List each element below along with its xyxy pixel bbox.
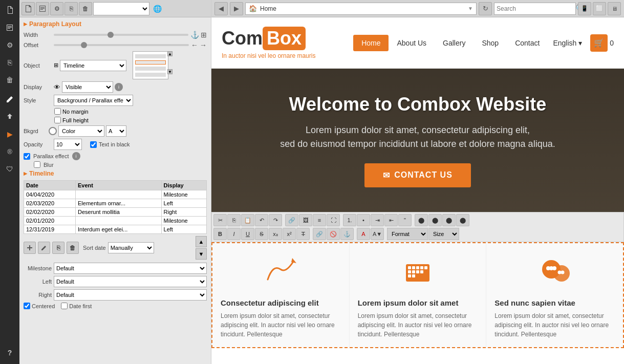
- full-height-checkbox[interactable]: [54, 117, 61, 123]
- width-slider[interactable]: [54, 34, 188, 36]
- nav-gallery[interactable]: Gallery: [435, 35, 474, 51]
- ed-highlight-btn[interactable]: A▼: [371, 228, 384, 240]
- ed-fontcolor-btn[interactable]: A: [357, 228, 370, 240]
- ed-bold-btn[interactable]: B: [213, 228, 227, 240]
- ed-ul-btn[interactable]: •: [357, 214, 370, 226]
- ed-strike-btn[interactable]: S: [255, 228, 268, 240]
- sidebar-shield-btn[interactable]: 🛡: [2, 161, 18, 177]
- toolbar-settings-btn[interactable]: ⚙: [50, 2, 63, 15]
- ed-indent-btn[interactable]: ⇥: [371, 214, 384, 226]
- ed-cut-btn[interactable]: ✂: [213, 214, 227, 226]
- ed-underline-btn[interactable]: U: [241, 228, 254, 240]
- display-select[interactable]: Visible: [62, 81, 113, 93]
- date-first-checkbox[interactable]: [61, 303, 68, 309]
- blur-checkbox[interactable]: [34, 161, 40, 168]
- sidebar-register-btn[interactable]: ®: [2, 143, 18, 160]
- display-info-btn[interactable]: i: [115, 83, 123, 91]
- toolbar-copy-btn[interactable]: ⎘: [64, 2, 78, 15]
- left-select[interactable]: Default: [54, 276, 207, 287]
- desktop-view-btn[interactable]: 🖥: [608, 2, 621, 15]
- nav-forward-btn[interactable]: ▶: [230, 2, 243, 15]
- no-margin-checkbox[interactable]: [54, 108, 61, 115]
- cart-icon[interactable]: 🛒: [590, 34, 608, 52]
- parallax-info-btn[interactable]: i: [72, 152, 80, 160]
- ed-redo-btn[interactable]: ↷: [269, 214, 282, 226]
- mobile-view-btn[interactable]: 📱: [578, 2, 591, 15]
- tl-copy-btn[interactable]: ⎘: [52, 242, 64, 254]
- reload-btn[interactable]: ↻: [479, 2, 492, 15]
- sidebar-upload-btn[interactable]: [2, 109, 18, 125]
- right-select[interactable]: Default: [54, 289, 207, 301]
- milestone-select[interactable]: Default: [54, 263, 207, 274]
- object-select[interactable]: Timeline: [60, 60, 126, 71]
- ed-italic-btn[interactable]: I: [227, 228, 241, 240]
- ed-removelink-btn[interactable]: 🚫: [327, 228, 340, 240]
- parallax-checkbox[interactable]: [24, 153, 30, 160]
- ed-undo-btn[interactable]: ↶: [255, 214, 268, 226]
- ed-paste-btn[interactable]: 📋: [241, 214, 254, 226]
- globe-icon[interactable]: 🌐: [150, 2, 164, 15]
- ed-insertlink-btn[interactable]: 🔗: [313, 228, 326, 240]
- ed-quote-btn[interactable]: ": [398, 214, 412, 226]
- arrow-right-icon[interactable]: →: [200, 41, 207, 49]
- sort-date-select[interactable]: Manually: [108, 242, 154, 253]
- ed-align-right-btn[interactable]: ⬤: [442, 214, 456, 226]
- ed-image-btn[interactable]: 🖼: [299, 214, 312, 226]
- table-row[interactable]: 12/31/2019 Interdum eget elei... Left: [24, 225, 207, 234]
- tablet-view-btn[interactable]: ⬜: [593, 2, 606, 15]
- ed-align-btn[interactable]: ≡: [313, 214, 326, 226]
- sidebar-play-btn[interactable]: ▶: [2, 126, 18, 142]
- sidebar-help-btn[interactable]: ?: [2, 345, 18, 361]
- text-in-black-checkbox[interactable]: [90, 141, 97, 148]
- tl-edit-btn[interactable]: [38, 242, 50, 254]
- search-input[interactable]: [497, 5, 573, 12]
- table-row[interactable]: 02/02/2020 Deserunt mollitia Right: [24, 208, 207, 217]
- contact-us-btn[interactable]: ✉ CONTACT US: [364, 163, 471, 187]
- ed-subscript-btn[interactable]: x₂: [269, 228, 282, 240]
- sidebar-delete-btn[interactable]: 🗑: [2, 72, 18, 88]
- nav-contact[interactable]: Contact: [507, 35, 548, 51]
- ed-anchor2-btn[interactable]: ⚓: [340, 228, 354, 240]
- sidebar-settings-btn[interactable]: ⚙: [2, 37, 18, 53]
- tl-add-btn[interactable]: [24, 242, 36, 254]
- ed-justify-btn[interactable]: ⬤: [456, 214, 469, 226]
- ed-ol-btn[interactable]: 1.: [343, 214, 356, 226]
- grid-icon[interactable]: ⊞: [201, 31, 207, 39]
- full-height-label[interactable]: Full height: [54, 117, 207, 123]
- ed-align-center-btn[interactable]: ⬤: [428, 214, 442, 226]
- color-select[interactable]: Color: [58, 125, 104, 137]
- toolbar-file-btn[interactable]: [21, 2, 35, 15]
- format-select[interactable]: Format: [387, 228, 428, 240]
- ed-align-left-btn[interactable]: ⬤: [415, 214, 428, 226]
- sidebar-page-btn[interactable]: [2, 19, 18, 36]
- sidebar-edit-btn[interactable]: [2, 91, 18, 108]
- language-select[interactable]: English: [93, 2, 149, 15]
- anchor-icon[interactable]: ⚓: [190, 31, 199, 39]
- ed-copy-btn[interactable]: ⎘: [227, 214, 241, 226]
- centered-option[interactable]: Centered: [24, 303, 55, 309]
- nav-lang[interactable]: English ▾: [548, 35, 587, 51]
- ed-link-btn[interactable]: 🔗: [285, 214, 298, 226]
- table-row[interactable]: 02/01/2020 Milestone: [24, 217, 207, 225]
- toolbar-page-btn[interactable]: [36, 2, 49, 15]
- offset-slider[interactable]: [54, 44, 189, 46]
- tl-delete-btn[interactable]: 🗑: [67, 242, 79, 254]
- ed-fullscreen-btn[interactable]: ⛶: [327, 214, 340, 226]
- nav-about[interactable]: About Us: [389, 35, 435, 51]
- opacity-select[interactable]: 10: [54, 139, 82, 150]
- no-margin-label[interactable]: No margin: [54, 108, 89, 115]
- ed-outdent-btn[interactable]: ⇤: [384, 214, 398, 226]
- move-up-btn[interactable]: ▲: [196, 236, 207, 247]
- preview-scroll-down[interactable]: ▼: [167, 69, 173, 74]
- nav-home[interactable]: Home: [353, 35, 389, 51]
- preview-scroll-up[interactable]: ▲: [167, 51, 173, 56]
- arrow-left-icon[interactable]: ←: [191, 41, 198, 49]
- sidebar-copy-btn[interactable]: ⎘: [2, 54, 18, 71]
- table-row[interactable]: 04/04/2020 Milestone: [24, 190, 207, 199]
- toolbar-delete-btn[interactable]: 🗑: [79, 2, 92, 15]
- date-first-option[interactable]: Date first: [61, 303, 92, 309]
- style-select[interactable]: Background / Parallax effe: [54, 95, 133, 106]
- alpha-select[interactable]: A: [106, 125, 126, 137]
- size-select[interactable]: Size: [428, 228, 459, 240]
- nav-shop[interactable]: Shop: [474, 35, 507, 51]
